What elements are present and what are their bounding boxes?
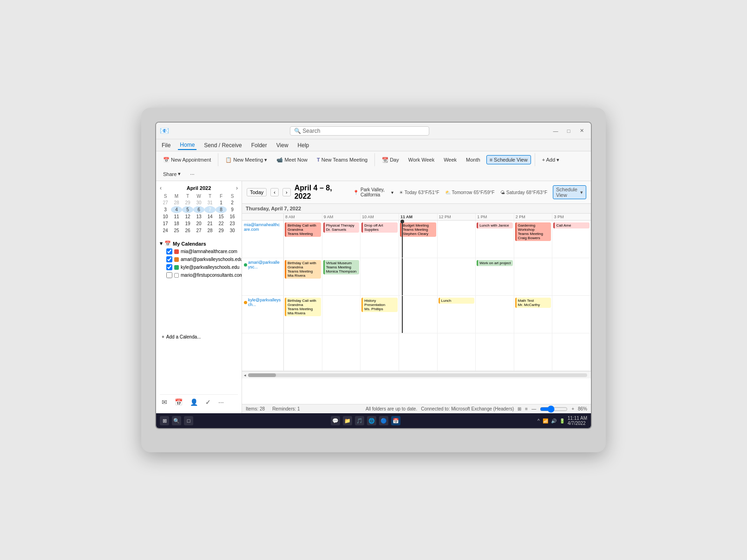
event-work-art[interactable]: Work on art project xyxy=(477,260,513,266)
share-button[interactable]: Share ▾ xyxy=(160,169,184,179)
time-slot-col-amari-9am[interactable]: Virtual MuseumTeams MeetingMonica Thomps… xyxy=(322,258,361,295)
cal-day-5[interactable]: 5 xyxy=(182,206,193,213)
prev-month-button[interactable]: ‹ xyxy=(160,185,162,191)
time-slot-col-kyle-2pm[interactable]: Math TestMr. McCarthy xyxy=(514,296,553,333)
cal-day-29a[interactable]: 29 xyxy=(182,199,193,206)
day-view-button[interactable]: 📆 Day xyxy=(379,155,402,165)
meet-now-button[interactable]: 📹 Meet Now xyxy=(273,155,311,165)
cal-day-15[interactable]: 15 xyxy=(216,213,227,220)
time-slot-col-mia-9am[interactable]: Physical TherapyDr. Samuels xyxy=(322,221,361,258)
month-button[interactable]: Month xyxy=(463,155,484,164)
cal-day-17[interactable]: 17 xyxy=(160,220,171,227)
new-teams-meeting-button[interactable]: T New Teams Meeting xyxy=(314,155,371,164)
empty-slot-7[interactable] xyxy=(514,333,553,371)
more-options-button[interactable]: ··· xyxy=(187,169,197,179)
time-slot-col-mia-2pm[interactable]: Gardening WorkshopTeams MeetingCraig Bow… xyxy=(514,221,553,258)
calendar-checkbox-mia[interactable] xyxy=(166,248,172,254)
time-slot-col-amari-2pm[interactable] xyxy=(514,258,553,295)
event-drop-art[interactable]: Drop off Art Supplies xyxy=(361,222,398,233)
scroll-left-btn[interactable]: ◂ xyxy=(244,373,246,378)
menu-home[interactable]: Home xyxy=(178,141,197,150)
cal-day-8[interactable]: 8 xyxy=(216,206,227,213)
empty-slot-8[interactable] xyxy=(552,333,591,371)
mail-nav-button[interactable]: ✉ xyxy=(160,397,169,408)
cal-day-9[interactable]: 9 xyxy=(227,206,238,213)
prev-week-button[interactable]: ‹ xyxy=(270,188,279,196)
add-button[interactable]: + Add ▾ xyxy=(539,155,563,165)
cal-day-3[interactable]: 3 xyxy=(160,206,171,213)
cal-day-21[interactable]: 21 xyxy=(204,220,216,227)
outlook-taskbar-icon[interactable]: 📅 xyxy=(391,416,400,425)
time-slot-col-amari-1pm[interactable]: Work on art project xyxy=(476,258,514,295)
empty-slot-4[interactable] xyxy=(399,333,438,371)
location-dropdown[interactable]: ▾ xyxy=(391,190,393,195)
search-box[interactable]: 🔍 Search xyxy=(290,126,429,136)
menu-help[interactable]: Help xyxy=(296,141,311,150)
maximize-button[interactable]: □ xyxy=(563,127,574,135)
time-slot-col-kyle-8am[interactable]: Birthday Call with GrandmaTeams MeetingM… xyxy=(284,296,322,333)
empty-slot-1[interactable] xyxy=(284,333,322,371)
add-calendar-item[interactable]: + Add a Calenda... xyxy=(160,333,238,340)
schedule-area[interactable]: 8 AM 9 AM 10 AM 11 AM 12 PM 1 PM 2 PM 3 … xyxy=(242,214,591,404)
empty-slot-3[interactable] xyxy=(360,333,399,371)
cal-day-13[interactable]: 13 xyxy=(193,213,204,220)
cal-day-25[interactable]: 25 xyxy=(171,227,182,234)
event-math-test[interactable]: Math TestMr. McCarthy xyxy=(515,298,551,308)
cal-day-30b[interactable]: 30 xyxy=(227,227,238,234)
media-taskbar-icon[interactable]: 🎵 xyxy=(355,416,364,425)
task-view-button[interactable]: □ xyxy=(184,416,193,425)
calendar-item-kyle[interactable]: kyle@parkvalleyschools.edu xyxy=(160,263,238,271)
calendar-item-amari[interactable]: amari@parkvalleyschools.edu xyxy=(160,255,238,263)
browser1-taskbar-icon[interactable]: 🌐 xyxy=(367,416,376,425)
today-button[interactable]: Today xyxy=(247,188,267,196)
cal-day-18[interactable]: 18 xyxy=(171,220,182,227)
empty-slot-2[interactable] xyxy=(322,333,361,371)
menu-send-receive[interactable]: Send / Receive xyxy=(202,141,243,150)
next-month-button[interactable]: › xyxy=(236,185,238,191)
time-slot-col-amari-8am[interactable]: Birthday Call with GrandmaTeams MeetingM… xyxy=(284,258,322,295)
scrollbar-area[interactable]: ◂ xyxy=(242,371,591,378)
zoom-slider[interactable] xyxy=(540,405,568,413)
cal-day-26[interactable]: 26 xyxy=(182,227,193,234)
time-slot-col-kyle-11am[interactable] xyxy=(399,296,438,333)
event-lunch-kyle[interactable]: Lunch xyxy=(439,298,475,304)
minimize-button[interactable]: — xyxy=(550,127,561,135)
calendar-checkbox-kyle[interactable] xyxy=(166,264,172,270)
close-button[interactable]: ✕ xyxy=(576,127,587,135)
new-meeting-button[interactable]: 📋 New Meeting ▾ xyxy=(222,155,270,165)
menu-view[interactable]: View xyxy=(275,141,290,150)
event-history-presentation[interactable]: History PresentationMs. Phillips xyxy=(361,298,398,312)
cal-day-30a[interactable]: 30 xyxy=(193,199,204,206)
event-physical-therapy[interactable]: Physical TherapyDr. Samuels xyxy=(323,222,360,233)
event-call-ame[interactable]: Call Ame xyxy=(553,222,590,228)
new-appointment-button[interactable]: 📅 New Appointment xyxy=(160,155,214,165)
cal-day-4[interactable]: 4 xyxy=(171,206,182,213)
time-slot-col-kyle-9am[interactable] xyxy=(322,296,361,333)
cal-day-24[interactable]: 24 xyxy=(160,227,171,234)
teams-taskbar-icon[interactable]: 💬 xyxy=(331,416,340,425)
empty-slot-6[interactable] xyxy=(476,333,514,371)
cal-day-6[interactable]: 6 xyxy=(193,206,204,213)
calendar-item-mario[interactable]: mario@firstupconsultants.com xyxy=(160,271,238,279)
event-budget-meeting[interactable]: Budget MeetingTeams MeetingStephen Clear… xyxy=(400,222,436,237)
calendar-item-mia[interactable]: mia@lamnahealthcare.com xyxy=(160,247,238,255)
search-taskbar-button[interactable]: 🔍 xyxy=(172,416,181,425)
schedule-view-button[interactable]: ≡ Schedule View xyxy=(486,155,531,164)
time-slot-col-mia-12pm[interactable] xyxy=(438,221,476,258)
cal-day-14[interactable]: 14 xyxy=(204,213,216,220)
calendar-checkbox-mario[interactable] xyxy=(166,272,172,278)
view-selector[interactable]: Schedule View ▾ xyxy=(553,185,586,199)
time-slot-col-kyle-12pm[interactable]: Lunch xyxy=(438,296,476,333)
event-birthday-amari[interactable]: Birthday Call with GrandmaTeams MeetingM… xyxy=(285,260,321,279)
browser2-taskbar-icon[interactable]: 🔵 xyxy=(379,416,388,425)
cal-day-7[interactable]: 7 xyxy=(204,206,216,213)
system-tray-expand[interactable]: ^ xyxy=(537,418,540,423)
time-slot-col-kyle-3pm[interactable] xyxy=(552,296,591,333)
contacts-nav-button[interactable]: 👤 xyxy=(188,397,200,408)
event-gardening-workshop[interactable]: Gardening WorkshopTeams MeetingCraig Bow… xyxy=(515,222,551,241)
cal-day-28b[interactable]: 28 xyxy=(204,227,216,234)
time-slot-col-mia-1pm[interactable]: Lunch with Janice xyxy=(476,221,514,258)
time-slot-col-mia-3pm[interactable]: Call Ame xyxy=(552,221,591,258)
time-slot-col-mia-8am[interactable]: Birthday Call with GrandmaTeams Meeting xyxy=(284,221,322,258)
event-lunch-janice[interactable]: Lunch with Janice xyxy=(477,222,513,228)
